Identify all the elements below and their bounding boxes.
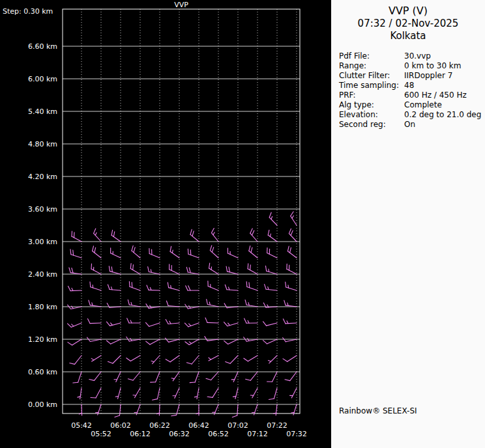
svg-text:05:42: 05:42 <box>71 421 92 430</box>
field-prf: PRF: 600 Hz / 450 Hz <box>339 91 485 100</box>
field-label: Elevation: <box>339 110 404 120</box>
svg-text:07:22: 07:22 <box>267 421 287 430</box>
timestamp: 07:32 / 02-Nov-2025 <box>331 18 485 30</box>
info-panel: VVP (V) 07:32 / 02-Nov-2025 Kolkata Pdf … <box>331 0 485 448</box>
field-value: 0 km to 30 km <box>404 61 485 71</box>
field-value: 30.vvp <box>404 51 485 61</box>
svg-text:VVP: VVP <box>174 1 188 9</box>
vvp-application-window: VVPStep: 0.30 km6.60 km6.00 km5.40 km4.8… <box>0 0 485 448</box>
svg-text:06:32: 06:32 <box>169 430 190 438</box>
svg-text:6.00 km: 6.00 km <box>28 75 57 83</box>
panel-title: VVP (V) <box>331 5 485 18</box>
field-label: Time sampling: <box>339 81 404 91</box>
field-clutter-filter: Clutter Filter: IIRDoppler 7 <box>339 71 485 81</box>
svg-text:4.20 km: 4.20 km <box>28 173 57 181</box>
svg-text:06:52: 06:52 <box>208 430 229 438</box>
svg-text:07:02: 07:02 <box>228 421 248 430</box>
wind-profile-panel: VVPStep: 0.30 km6.60 km6.00 km5.40 km4.8… <box>0 0 331 448</box>
svg-text:2.40 km: 2.40 km <box>28 270 57 279</box>
metadata-fields: Pdf File: 30.vvp Range: 0 km to 30 km Cl… <box>339 51 485 130</box>
svg-text:07:32: 07:32 <box>286 430 307 438</box>
field-label: Pdf File: <box>339 51 404 61</box>
field-value: IIRDoppler 7 <box>404 71 485 81</box>
svg-text:06:02: 06:02 <box>110 421 131 430</box>
field-alg-type: Alg type: Complete <box>339 100 485 110</box>
field-range: Range: 0 km to 30 km <box>339 61 485 71</box>
field-value: On <box>404 120 485 130</box>
svg-text:3.00 km: 3.00 km <box>28 238 57 246</box>
field-label: PRF: <box>339 91 404 100</box>
svg-text:06:22: 06:22 <box>149 421 170 430</box>
field-label: Clutter Filter: <box>339 71 404 81</box>
field-value: 0.2 deg to 21.0 deg <box>404 110 485 120</box>
svg-text:4.80 km: 4.80 km <box>28 140 57 148</box>
svg-text:5.40 km: 5.40 km <box>28 107 57 116</box>
svg-text:07:12: 07:12 <box>247 430 268 438</box>
field-time-sampling: Time sampling: 48 <box>339 81 485 91</box>
wind-barb-chart: VVPStep: 0.30 km6.60 km6.00 km5.40 km4.8… <box>0 0 331 448</box>
field-label: Range: <box>339 61 404 71</box>
field-label: Second reg: <box>339 120 404 130</box>
svg-text:3.60 km: 3.60 km <box>28 205 57 214</box>
field-value: 600 Hz / 450 Hz <box>404 91 485 100</box>
svg-text:Step: 0.30 km: Step: 0.30 km <box>3 7 53 16</box>
svg-text:1.80 km: 1.80 km <box>28 303 57 311</box>
svg-text:06:42: 06:42 <box>188 421 209 430</box>
field-value: 48 <box>404 81 485 91</box>
brand-footer: Rainbow® SELEX-SI <box>339 406 417 415</box>
svg-text:0.00 km: 0.00 km <box>28 400 57 409</box>
field-label: Alg type: <box>339 100 404 110</box>
svg-text:0.60 km: 0.60 km <box>28 368 57 376</box>
site-name: Kolkata <box>331 30 485 42</box>
svg-text:06:12: 06:12 <box>130 430 151 438</box>
svg-text:6.60 km: 6.60 km <box>28 42 57 51</box>
field-second-reg: Second reg: On <box>339 120 485 130</box>
field-elevation: Elevation: 0.2 deg to 21.0 deg <box>339 110 485 120</box>
field-value: Complete <box>404 100 485 110</box>
field-pdf-file: Pdf File: 30.vvp <box>339 51 485 61</box>
svg-text:1.20 km: 1.20 km <box>28 335 57 344</box>
svg-text:05:52: 05:52 <box>91 430 111 438</box>
